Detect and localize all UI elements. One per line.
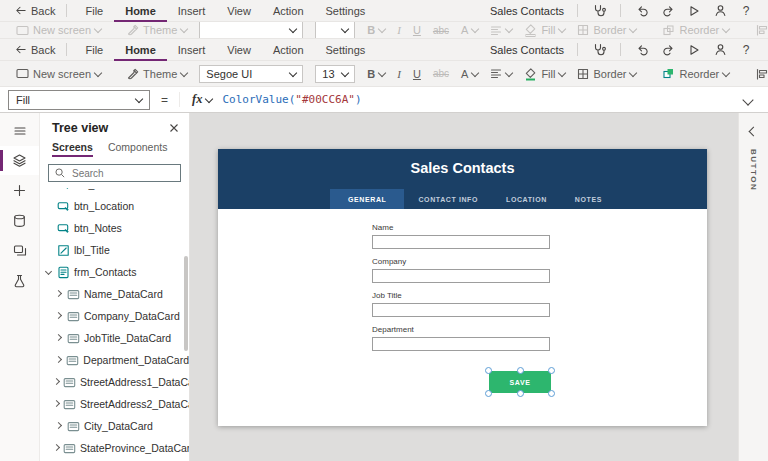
text-align-button[interactable]	[484, 68, 518, 79]
selection-handle[interactable]	[485, 367, 492, 374]
tree-item-btn-location[interactable]: btn_Location	[40, 195, 189, 217]
tree-item-jobtitle-datacard[interactable]: JobTitle_DataCard	[40, 327, 189, 349]
media-button[interactable]	[0, 236, 39, 265]
tree-item-chevron[interactable]	[54, 315, 63, 318]
formula-input[interactable]: ColorValue("#00CC6A")	[222, 93, 361, 106]
tree-item-lbl-title[interactable]: lbl_Title	[40, 239, 189, 261]
theme-button[interactable]: Theme	[121, 24, 193, 36]
align-button[interactable]: Align	[749, 24, 768, 36]
app-checker-button[interactable]	[587, 41, 611, 59]
menu-item-action[interactable]: Action	[262, 0, 315, 22]
tree-item-chevron[interactable]	[54, 337, 63, 340]
screen-tab-contact-info[interactable]: CONTACT INFO	[404, 189, 492, 209]
preview-button[interactable]	[682, 2, 706, 20]
undo-button[interactable]	[630, 41, 654, 59]
tree-item-chevron[interactable]	[44, 271, 53, 274]
tree-item-chevron[interactable]	[54, 447, 59, 450]
property-select[interactable]: Fill	[8, 90, 150, 110]
underline-button[interactable]: U	[407, 68, 427, 80]
tree-item-streetaddress1-datacard[interactable]: StreetAddress1_DataCard	[40, 371, 189, 393]
field-input-name[interactable]	[372, 235, 550, 249]
font-size-box[interactable]	[315, 22, 355, 39]
tree-item-btn-notes[interactable]: btn_Notes	[40, 217, 189, 239]
border-button[interactable]: Border	[571, 68, 642, 80]
menu-item-view[interactable]: View	[216, 39, 262, 61]
tree-tab-screens[interactable]: Screens	[52, 141, 93, 157]
menu-item-settings[interactable]: Settings	[315, 0, 377, 22]
tree-item-chevron[interactable]	[54, 425, 63, 428]
fill-button[interactable]: Fill	[518, 67, 571, 81]
menu-button[interactable]	[0, 116, 39, 145]
tree-scrollbar[interactable]	[184, 256, 188, 351]
text-align-button[interactable]	[484, 25, 518, 36]
menu-item-file[interactable]: File	[74, 0, 114, 22]
tree-item-chevron[interactable]	[54, 359, 62, 362]
selection-handle[interactable]	[485, 390, 492, 397]
fill-button[interactable]: Fill	[518, 23, 571, 37]
underline-button[interactable]: U	[407, 24, 427, 36]
close-panel-button[interactable]	[169, 123, 179, 133]
selection-handle[interactable]	[548, 390, 555, 397]
reorder-button[interactable]: Reorder	[656, 67, 735, 80]
new-screen-button[interactable]: New screen	[10, 68, 107, 80]
back-button[interactable]: Back	[10, 4, 59, 17]
formula-bar-expand-button[interactable]	[736, 94, 760, 106]
selection-handle[interactable]	[517, 390, 524, 397]
font-family-box[interactable]	[199, 22, 303, 39]
tree-item-stateprovince-datacard[interactable]: StateProvince_DataCard	[40, 437, 189, 459]
reorder-button[interactable]: Reorder	[656, 24, 735, 37]
align-button[interactable]: Align	[749, 68, 768, 80]
menu-item-home[interactable]: Home	[114, 39, 167, 61]
font-color-button[interactable]: A	[455, 24, 484, 36]
share-button[interactable]	[708, 2, 732, 20]
data-button[interactable]	[0, 206, 39, 235]
tree-item-chevron[interactable]	[54, 293, 63, 296]
new-screen-button[interactable]: New screen	[10, 24, 107, 36]
menu-item-settings[interactable]: Settings	[315, 39, 377, 61]
tree-item-streetaddress2-datacard[interactable]: StreetAddress2_DataCard	[40, 393, 189, 415]
screen-tab-general[interactable]: GENERAL	[330, 189, 404, 209]
menu-item-home[interactable]: Home	[114, 0, 167, 22]
menu-item-insert[interactable]: Insert	[167, 39, 217, 61]
screen-tab-location[interactable]: LOCATION	[492, 189, 561, 209]
font-size-select[interactable]: 13	[309, 65, 361, 83]
search-box[interactable]	[48, 164, 181, 182]
redo-button[interactable]	[656, 41, 680, 59]
tree-item-frm-contacts[interactable]: frm_Contacts	[40, 261, 189, 283]
search-input[interactable]	[70, 167, 175, 180]
advanced-tools-button[interactable]	[0, 266, 39, 295]
fx-dropdown[interactable]: fx	[179, 92, 212, 107]
help-button[interactable]: ?	[734, 2, 758, 20]
menu-item-file[interactable]: File	[74, 39, 114, 61]
tree-item-department-datacard[interactable]: Department_DataCard	[40, 349, 189, 371]
help-button[interactable]: ?	[734, 41, 758, 59]
tree-item-name-datacard[interactable]: Name_DataCard	[40, 283, 189, 305]
italic-button[interactable]: I	[391, 24, 407, 36]
bold-button[interactable]: B	[361, 24, 391, 36]
font-size-box[interactable]: 13	[315, 65, 355, 83]
tree-item-chevron[interactable]	[54, 403, 59, 406]
share-button[interactable]	[708, 41, 732, 59]
font-family-box[interactable]: Segoe UI	[199, 65, 303, 83]
menu-item-insert[interactable]: Insert	[167, 0, 217, 22]
font-family-select[interactable]	[193, 22, 309, 39]
theme-button[interactable]: Theme	[121, 68, 193, 80]
tree-item-btn-contactinfo[interactable]: btn_ContactInfo	[40, 188, 189, 195]
italic-button[interactable]: I	[391, 68, 407, 80]
app-canvas[interactable]: Sales Contacts GENERALCONTACT INFOLOCATI…	[218, 149, 707, 426]
tree-view-button[interactable]	[0, 146, 39, 175]
font-family-select[interactable]: Segoe UI	[193, 65, 309, 83]
field-input-department[interactable]	[372, 337, 550, 351]
expand-panel-button[interactable]	[750, 125, 757, 137]
preview-button[interactable]	[682, 41, 706, 59]
menu-item-action[interactable]: Action	[262, 39, 315, 61]
redo-button[interactable]	[656, 2, 680, 20]
tree-item-company-datacard[interactable]: Company_DataCard	[40, 305, 189, 327]
undo-button[interactable]	[630, 2, 654, 20]
tree-item-chevron[interactable]	[54, 381, 59, 384]
app-checker-button[interactable]	[587, 2, 611, 20]
tree-tab-components[interactable]: Components	[108, 141, 168, 157]
selection-handle[interactable]	[517, 367, 524, 374]
font-size-select[interactable]	[309, 22, 361, 39]
border-button[interactable]: Border	[571, 24, 642, 36]
